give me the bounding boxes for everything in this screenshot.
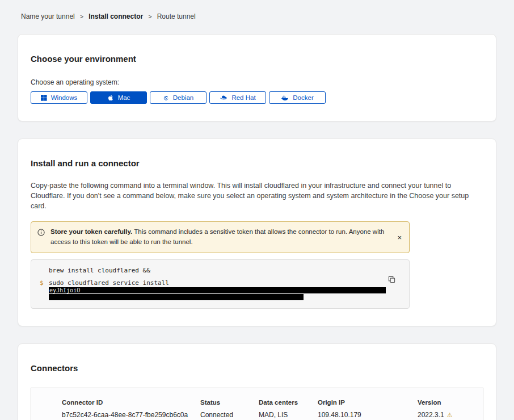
os-button-docker[interactable]: Docker [269,91,326,104]
table-header-row: Connector ID Status Data centers Origin … [62,399,483,406]
table-row: b7c52c42-6caa-48ee-8c77-fbe259cb6c0a Con… [62,411,483,419]
connector-id-value: b7c52c42-6caa-48ee-8c77-fbe259cb6c0a [62,411,200,419]
os-button-label: Red Hat [231,94,255,101]
origin-ip-value: 109.48.10.179 [318,411,418,419]
connectors-card: Connectors Connector ID Status Data cent… [18,343,496,420]
token-warning-alert: Store your token carefully. This command… [31,221,410,253]
os-button-mac[interactable]: Mac [90,91,147,104]
shell-prompt: $ [40,279,49,287]
redacted-token-bar: eyJhIjoiO [49,287,386,293]
install-command-codeblock: brew install cloudflared && $ sudo cloud… [31,259,410,309]
install-card-description: Copy-paste the following command into a … [31,180,483,211]
version-warning-icon: ⚠ [447,411,453,418]
code-line-2: $ sudo cloudflared service install [40,279,384,287]
install-card: Install and run a connector Copy-paste t… [18,138,496,326]
redhat-icon [220,95,227,100]
environment-card-title: Choose your environment [31,54,483,64]
apple-icon [107,94,114,101]
code-line-brew: brew install cloudflared && [49,267,150,274]
code-line-1: brew install cloudflared && [40,267,384,274]
alert-close-icon[interactable]: × [395,233,404,242]
connectors-table: Connector ID Status Data centers Origin … [31,388,483,420]
debian-icon [163,95,169,101]
redacted-token-bar [49,294,304,300]
token-prefix-text: eyJhIjoiO [49,287,80,293]
windows-icon [41,95,47,101]
os-button-label: Windows [51,94,78,101]
docker-icon [281,95,289,101]
os-button-label: Docker [293,94,313,101]
breadcrumb-step-install-connector[interactable]: Install connector [89,12,143,20]
os-button-windows[interactable]: Windows [31,91,87,104]
code-line-sudo: sudo cloudflared service install [49,279,169,287]
connectors-card-title: Connectors [31,363,483,373]
header-data-centers: Data centers [259,399,318,406]
breadcrumb-step-route-tunnel[interactable]: Route tunnel [157,12,196,20]
alert-bold-text: Store your token carefully. [50,228,132,235]
header-version: Version [418,399,483,406]
header-connector-id: Connector ID [62,399,200,406]
version-value: 2022.3.1 [418,411,444,419]
header-status: Status [200,399,259,406]
os-select-label: Choose an operating system: [31,78,483,86]
data-centers-value: MAD, LIS [259,411,318,419]
status-badge: Connected [200,411,259,419]
os-button-group: Windows Mac Debian [31,91,483,104]
breadcrumb-step-name-your-tunnel[interactable]: Name your tunnel [21,12,75,20]
os-button-label: Debian [173,94,193,101]
breadcrumb-separator-icon: > [80,13,83,20]
breadcrumb-separator-icon: > [148,13,151,20]
os-button-redhat[interactable]: Red Hat [209,91,266,104]
breadcrumb: Name your tunnel > Install connector > R… [21,12,496,20]
copy-command-button[interactable] [387,275,397,286]
header-origin-ip: Origin IP [318,399,418,406]
environment-card: Choose your environment Choose an operat… [18,34,496,121]
alert-text: Store your token carefully. This command… [50,227,392,247]
install-card-title: Install and run a connector [31,158,483,168]
copy-icon [388,276,395,283]
os-button-debian[interactable]: Debian [150,91,207,104]
page: Name your tunnel > Install connector > R… [18,0,496,420]
info-circle-icon [37,227,45,238]
version-cell: 2022.3.1⚠ [418,411,483,419]
os-button-label: Mac [118,94,130,101]
